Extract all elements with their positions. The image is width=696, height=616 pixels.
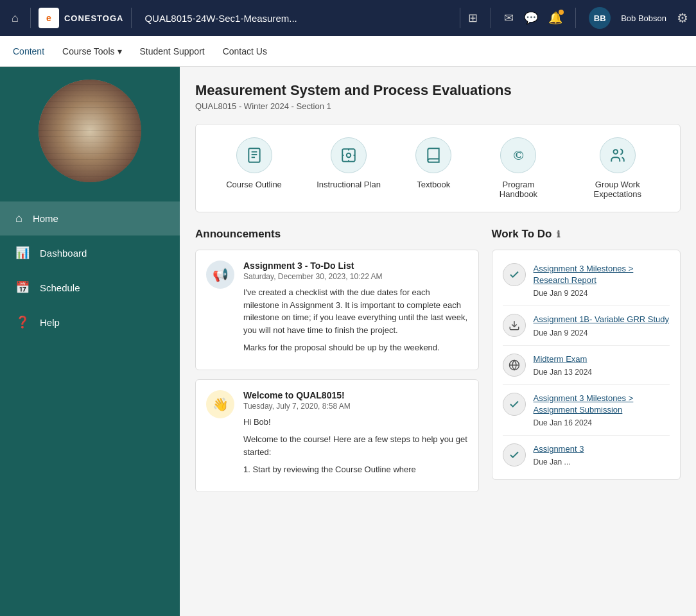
work-due-2: Due Jan 9 2024 [534, 329, 588, 338]
work-todo-content-2: Assignment 1B- Variable GRR Study Due Ja… [534, 314, 669, 337]
work-todo-col: Work To Do ℹ Assignment 3 Milestones > R… [492, 228, 681, 501]
quick-link-instructional-plan[interactable]: Instructional Plan [317, 137, 381, 199]
gauge-artwork [39, 80, 141, 182]
home-nav-icon[interactable]: ⌂ [8, 8, 22, 29]
sidebar-item-schedule[interactable]: 📅 Schedule [0, 270, 180, 305]
nav-student-support[interactable]: Student Support [140, 44, 205, 59]
work-todo-info-icon[interactable]: ℹ [557, 229, 560, 239]
quick-links-card: Course Outline Instructional Plan [195, 124, 681, 212]
grid-icon[interactable]: ⊞ [468, 11, 478, 25]
program-handbook-label: Program Handbook [486, 180, 550, 199]
instructional-plan-label: Instructional Plan [317, 180, 381, 189]
divider-3 [460, 8, 460, 28]
course-subtitle: QUAL8015 - Winter 2024 - Section 1 [195, 101, 681, 111]
announcement-body-1: I've created a checklist with the due da… [243, 286, 468, 354]
work-check-icon-5 [503, 443, 526, 466]
announcement-text-2a: Hi Bob! [243, 416, 468, 429]
sidebar-dashboard-label: Dashboard [40, 248, 87, 259]
announcement-text-1a: I've created a checklist with the due da… [243, 286, 468, 336]
announcement-header-1: 📢 Assignment 3 - To-Do List Saturday, De… [206, 261, 468, 359]
nav-content[interactable]: Content [13, 44, 44, 59]
announcement-card-2: 👋 Welcome to QUAL8015! Tuesday, July 7, … [195, 379, 479, 492]
announcements-title: Announcements [195, 228, 479, 241]
work-due-5: Due Jan ... [534, 458, 571, 466]
announcement-card-1: 📢 Assignment 3 - To-Do List Saturday, De… [195, 250, 479, 370]
work-todo-item-4: Assignment 3 Milestones > Assignment Sub… [503, 385, 670, 436]
announcement-text-2c: 1. Start by reviewing the Course Outline… [243, 463, 468, 476]
notification-wrapper: 🔔 [548, 11, 562, 25]
announcement-icon-2: 👋 [206, 390, 234, 418]
logo-container: e CONESTOGA [39, 8, 124, 28]
work-todo-link-1[interactable]: Assignment 3 Milestones > Research Repor… [534, 263, 670, 286]
home-icon: ⌂ [15, 212, 22, 225]
sidebar-image [0, 67, 180, 195]
sidebar-schedule-label: Schedule [40, 282, 80, 293]
program-handbook-icon: © [500, 137, 536, 173]
work-todo-item-3: Midterm Exam Due Jan 13 2024 [503, 346, 670, 385]
work-check-icon-4 [503, 393, 526, 416]
notification-dot [559, 10, 564, 15]
sidebar-help-label: Help [40, 317, 60, 328]
work-download-icon-2 [503, 314, 526, 337]
divider-2 [131, 8, 132, 28]
announcement-body-2: Hi Bob! Welcome to the course! Here are … [243, 416, 468, 476]
course-title-bar: QUAL8015-24W-Sec1-Measurem... [139, 13, 452, 24]
quick-link-textbook[interactable]: Textbook [415, 137, 451, 199]
announcement-meta-1: Assignment 3 - To-Do List Saturday, Dece… [243, 261, 468, 359]
announcement-date-2: Tuesday, July 7, 2020, 8:58 AM [243, 402, 468, 411]
work-todo-link-4[interactable]: Assignment 3 Milestones > Assignment Sub… [534, 393, 670, 416]
announcement-title-1: Assignment 3 - To-Do List [243, 261, 468, 271]
work-due-3: Due Jan 13 2024 [534, 368, 592, 377]
two-col-section: Announcements 📢 Assignment 3 - To-Do Lis… [195, 228, 681, 501]
main-container: ⌂ Home 📊 Dashboard 📅 Schedule ❓ Help Mea… [0, 67, 696, 616]
group-work-icon [600, 137, 636, 173]
work-todo-title: Work To Do ℹ [492, 228, 681, 241]
quick-link-program-handbook[interactable]: © Program Handbook [486, 137, 550, 199]
mail-icon[interactable]: ✉ [504, 11, 514, 25]
nav-contact-us[interactable]: Contact Us [223, 44, 267, 59]
divider-1 [30, 8, 31, 28]
dashboard-icon: 📊 [15, 246, 30, 260]
nav-course-tools[interactable]: Course Tools ▾ [62, 44, 121, 59]
textbook-icon [415, 137, 451, 173]
textbook-label: Textbook [417, 180, 450, 189]
logo-box: e [39, 8, 59, 28]
announcement-meta-2: Welcome to QUAL8015! Tuesday, July 7, 20… [243, 390, 468, 481]
work-todo-link-5[interactable]: Assignment 3 [534, 443, 584, 455]
user-avatar[interactable]: BB [589, 7, 611, 29]
announcement-header-2: 👋 Welcome to QUAL8015! Tuesday, July 7, … [206, 390, 468, 481]
work-due-4: Due Jan 16 2024 [534, 418, 592, 427]
work-todo-item-1: Assignment 3 Milestones > Research Repor… [503, 255, 670, 306]
sidebar: ⌂ Home 📊 Dashboard 📅 Schedule ❓ Help [0, 67, 180, 616]
chat-icon[interactable]: 💬 [524, 11, 538, 25]
course-outline-icon [236, 137, 272, 173]
settings-icon[interactable]: ⚙ [677, 10, 688, 26]
work-globe-icon-3 [503, 354, 526, 377]
secondary-nav: Content Course Tools ▾ Student Support C… [0, 36, 696, 67]
work-todo-content-1: Assignment 3 Milestones > Research Repor… [534, 263, 670, 298]
work-todo-item-2: Assignment 1B- Variable GRR Study Due Ja… [503, 306, 670, 345]
sidebar-item-home[interactable]: ⌂ Home [0, 201, 180, 235]
quick-link-course-outline[interactable]: Course Outline [226, 137, 282, 199]
course-header: Measurement System and Process Evaluatio… [195, 82, 681, 111]
help-icon: ❓ [15, 315, 30, 329]
work-check-icon-1 [503, 263, 526, 286]
announcement-text-2b: Welcome to the course! Here are a few st… [243, 433, 468, 458]
chevron-down-icon: ▾ [117, 46, 122, 56]
sidebar-item-dashboard[interactable]: 📊 Dashboard [0, 235, 180, 270]
work-todo-link-3[interactable]: Midterm Exam [534, 354, 592, 365]
nav-course-tools-label: Course Tools [62, 46, 114, 56]
work-due-1: Due Jan 9 2024 [534, 289, 588, 298]
logo-letter: e [46, 13, 51, 23]
svg-point-5 [347, 153, 351, 158]
top-bar-icons: ⊞ ✉ 💬 🔔 BB Bob Bobson ⚙ [468, 7, 688, 29]
sidebar-item-help[interactable]: ❓ Help [0, 305, 180, 339]
schedule-icon: 📅 [15, 280, 30, 295]
announcement-text-1b: Marks for the proposal should be up by t… [243, 341, 468, 354]
work-todo-content-3: Midterm Exam Due Jan 13 2024 [534, 354, 592, 377]
work-todo-title-text: Work To Do [492, 228, 552, 241]
work-todo-link-2[interactable]: Assignment 1B- Variable GRR Study [534, 314, 669, 325]
divider-4 [491, 8, 491, 28]
quick-link-group-work[interactable]: Group Work Expectations [586, 137, 650, 199]
course-outline-label: Course Outline [226, 180, 282, 189]
